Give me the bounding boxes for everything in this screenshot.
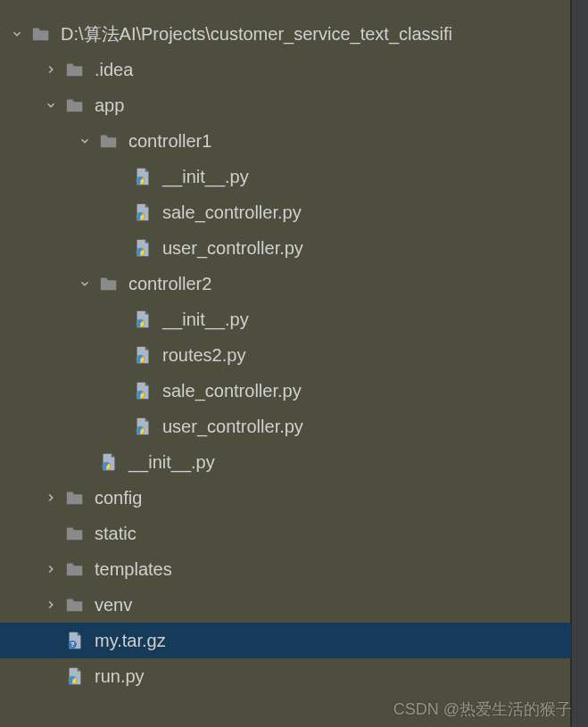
watermark: CSDN @热爱生活的猴子 xyxy=(393,698,572,720)
tree-item-label: my.tar.gz xyxy=(95,631,166,651)
tree-row[interactable]: my.tar.gz xyxy=(0,623,571,658)
python-file-icon xyxy=(132,202,153,223)
folder-icon xyxy=(64,95,86,116)
python-file-icon xyxy=(132,344,153,366)
tree-row[interactable]: sale_controller.py xyxy=(0,194,570,230)
tree-row[interactable]: run.py xyxy=(0,658,570,694)
tree-row[interactable]: __init__.py xyxy=(0,302,570,337)
tree-row[interactable]: venv xyxy=(0,587,570,623)
folder-icon xyxy=(30,23,52,45)
tree-item-label: user_controller.py xyxy=(162,238,303,259)
tree-row[interactable]: __init__.py xyxy=(0,444,570,480)
python-file-icon xyxy=(98,451,120,473)
tree-item-label: __init__.py xyxy=(162,167,249,187)
python-file-icon xyxy=(132,416,153,437)
tree-row[interactable]: sale_controller.py xyxy=(0,373,570,409)
right-gutter xyxy=(571,0,588,727)
tree-item-label: run.py xyxy=(95,666,145,687)
tree-row[interactable]: __init__.py xyxy=(0,159,570,194)
folder-icon xyxy=(64,594,86,615)
tree-item-label: venv xyxy=(95,595,132,615)
tree-item-label: .idea xyxy=(95,60,133,80)
tree-item-label: user_controller.py xyxy=(162,417,303,437)
project-tree-panel: D:\算法AI\Projects\customer_service_text_c… xyxy=(0,0,571,727)
chevron-down-icon[interactable] xyxy=(75,131,95,151)
python-file-icon xyxy=(132,380,153,401)
folder-icon xyxy=(98,273,120,294)
tree-item-label: routes2.py xyxy=(162,345,245,366)
tree-item-label: static xyxy=(95,524,137,544)
tree-item-label: config xyxy=(95,488,142,508)
tree-row[interactable]: controller2 xyxy=(0,266,570,302)
tree-row[interactable]: .idea xyxy=(0,52,570,87)
tree-item-label: sale_controller.py xyxy=(162,202,302,223)
tree-row[interactable]: controller1 xyxy=(0,123,570,159)
tree-item-label: controller1 xyxy=(128,131,211,152)
tree-row[interactable]: routes2.py xyxy=(0,337,570,373)
tree-item-label: controller2 xyxy=(128,274,211,294)
tree-item-label: sale_controller.py xyxy=(162,381,302,401)
tree-row[interactable]: user_controller.py xyxy=(0,230,570,266)
chevron-right-icon[interactable] xyxy=(41,60,61,79)
tree-item-label: app xyxy=(95,95,124,116)
chevron-right-icon[interactable] xyxy=(41,559,61,579)
tree-row[interactable]: static xyxy=(0,516,570,551)
python-file-icon xyxy=(132,166,153,187)
folder-icon xyxy=(64,523,86,544)
chevron-down-icon[interactable] xyxy=(75,274,95,293)
python-file-icon xyxy=(132,309,153,330)
unknown-file-icon xyxy=(64,630,86,651)
tree-item-label: __init__.py xyxy=(162,310,249,330)
tree-row[interactable]: app xyxy=(0,87,570,123)
tree-item-label: __init__.py xyxy=(128,452,215,473)
chevron-right-icon[interactable] xyxy=(41,595,61,615)
python-file-icon xyxy=(132,237,153,259)
folder-icon xyxy=(64,59,86,80)
tree-item-label: templates xyxy=(95,559,172,580)
chevron-down-icon[interactable] xyxy=(7,24,27,44)
tree-row[interactable]: D:\算法AI\Projects\customer_service_text_c… xyxy=(0,16,570,52)
chevron-right-icon[interactable] xyxy=(41,488,61,508)
python-file-icon xyxy=(64,665,86,687)
tree-row[interactable]: user_controller.py xyxy=(0,409,570,444)
tree-row[interactable]: config xyxy=(0,480,570,516)
folder-icon xyxy=(64,558,86,580)
tree-item-label: D:\算法AI\Projects\customer_service_text_c… xyxy=(61,22,452,46)
chevron-down-icon[interactable] xyxy=(41,95,61,115)
tree-row[interactable]: templates xyxy=(0,551,570,587)
folder-icon xyxy=(64,487,86,508)
folder-icon xyxy=(98,130,120,152)
